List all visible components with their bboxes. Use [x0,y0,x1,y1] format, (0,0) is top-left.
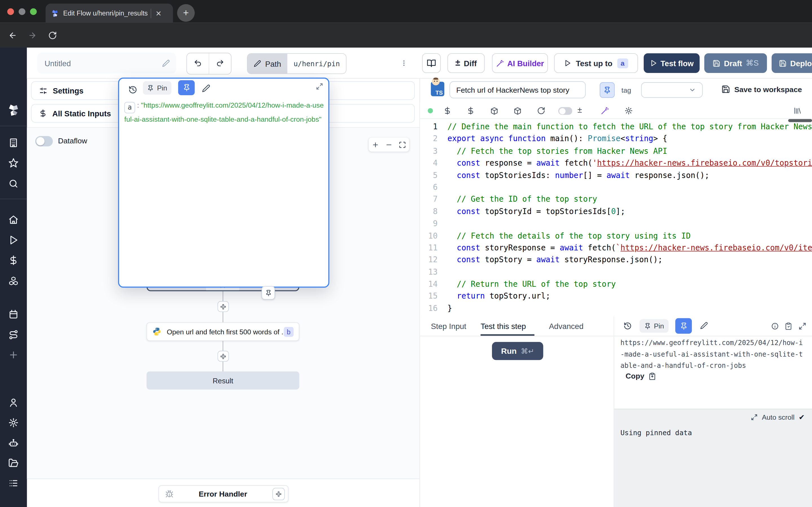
toolbar-kebab-menu-icon[interactable] [400,59,408,67]
code-line[interactable]: 4 const response = await fetch('https://… [420,158,812,170]
sidebar-item-workers-robot-icon[interactable] [0,438,27,449]
library-icon[interactable] [794,107,802,115]
redo-button[interactable] [209,53,231,73]
info-icon[interactable] [771,322,779,330]
close-window-button[interactable] [7,8,14,15]
flow-node-b[interactable]: Open url and fetch first 500 words of ..… [147,322,299,341]
sidebar-item-folders-icon[interactable] [0,458,27,468]
diff-icon[interactable]: ± [577,106,582,115]
add-step-button[interactable] [217,351,229,362]
test-up-to-step-badge[interactable]: a [617,58,628,68]
auto-scroll-checkbox[interactable]: ✔ [799,413,805,421]
result-pinned-active-button[interactable] [675,318,692,334]
editor-settings-gear-icon[interactable] [624,107,633,115]
back-icon[interactable] [8,31,17,40]
history-icon[interactable] [623,322,631,330]
copy-button[interactable]: Copy [626,372,656,380]
code-line[interactable]: 15 return topStory.url; [420,290,812,302]
edit-pencil-icon[interactable] [202,84,210,93]
code-line[interactable]: 10 // Fetch the details of the top story… [420,230,812,242]
editor-scrollbar[interactable] [788,119,812,122]
code-line[interactable]: 6 [420,182,812,194]
sidebar-item-flows-route-icon[interactable] [0,330,27,340]
draft-button[interactable]: Draft⌘S [704,53,767,73]
tab-advanced[interactable]: Advanced [549,322,583,330]
code-line[interactable]: 8 const topStoryId = topStoriesIds[0]; [420,206,812,218]
fullscreen-icon[interactable] [799,322,806,330]
undo-button[interactable] [187,53,209,73]
package-icon[interactable] [513,107,522,115]
reset-icon[interactable] [537,107,545,115]
sidebar-item-workspace[interactable] [0,138,27,148]
new-tab-button[interactable]: + [177,4,195,22]
path-value[interactable]: u/henri/pin [287,54,346,73]
package-icon[interactable] [490,107,499,115]
ai-assistant-wand-icon[interactable] [601,107,609,115]
sidebar-item-user-icon[interactable] [0,397,27,408]
flow-summary-input[interactable]: Untitled [37,53,176,73]
code-line[interactable]: 13 [420,266,812,278]
forward-icon[interactable] [28,31,37,40]
ai-builder-button[interactable]: AI Builder [492,53,548,73]
variables-icon[interactable] [467,107,475,115]
history-icon[interactable] [129,86,137,94]
add-error-handler-button[interactable] [272,488,285,500]
tab-test-this-step[interactable]: Test this step [480,322,526,330]
diff-button[interactable]: ±Diff [448,53,485,73]
path-button[interactable]: Path [248,54,287,73]
clipboard-icon[interactable] [784,322,793,330]
fit-view-icon[interactable] [399,141,406,149]
code-line[interactable]: 16} [420,302,812,315]
code-line[interactable]: 1// Define the main function to fetch th… [420,121,812,133]
minimize-window-button[interactable] [18,8,26,15]
tag-select[interactable] [641,82,703,98]
tab-step-input[interactable]: Step Input [431,322,466,330]
zoom-out-icon[interactable] [386,141,393,149]
save-to-workspace-button[interactable]: Save to workspace [721,85,802,94]
flow-node-error-handler[interactable]: Error Handler [158,485,289,503]
diff-mode-toggle[interactable] [558,107,572,115]
deploy-button[interactable]: Deploy [772,53,812,73]
dataflow-toggle[interactable] [35,136,53,147]
sidebar-item-search-icon[interactable] [0,179,27,189]
code-line[interactable]: 12 const topStory = await storyResponse.… [420,254,812,266]
pin-toggle-button[interactable]: Pin [143,81,171,95]
code-line[interactable]: 9 [420,218,812,230]
windmill-logo-icon[interactable] [0,103,27,117]
step-pin-button[interactable] [600,82,615,98]
sidebar-item-add-icon[interactable] [0,350,27,360]
edit-pencil-icon[interactable] [162,59,170,67]
test-flow-button[interactable]: Test flow [644,53,700,73]
sidebar-item-schedules-icon[interactable] [0,309,27,320]
expand-icon[interactable] [316,83,323,90]
reload-icon[interactable] [48,31,57,40]
pinned-active-button[interactable] [178,80,195,95]
code-line[interactable]: 14 // Return the URL of the top story [420,278,812,290]
sidebar-item-settings-gear-icon[interactable] [0,417,27,428]
code-line[interactable]: 11 const storyResponse = await fetch(`ht… [420,242,812,254]
edit-pencil-icon[interactable] [700,322,708,330]
flow-node-result[interactable]: Result [147,372,299,390]
code-line[interactable]: 3 // Fetch the top stories from Hacker N… [420,145,812,158]
static-inputs-icon[interactable] [443,107,451,115]
sidebar-item-favorites-star-icon[interactable] [0,158,27,168]
test-up-to-button[interactable]: Test up to a [554,53,638,73]
tab-close-icon[interactable]: ✕ [156,9,162,17]
docs-book-button[interactable] [422,53,441,73]
code-line[interactable]: 5 const topStoriesIds: number[] = await … [420,170,812,182]
browser-tab[interactable]: Edit Flow u/henri/pin_results ✕ [46,4,173,23]
code-editor[interactable]: 1// Define the main function to fetch th… [420,119,812,317]
sidebar-item-variables-icon[interactable] [0,255,27,266]
sidebar-item-runs-icon[interactable] [0,235,27,245]
sidebar-item-resources-icon[interactable] [0,276,27,286]
sidebar-item-logs-list-icon[interactable] [0,478,27,489]
zoom-in-icon[interactable] [372,141,379,149]
step-summary-input[interactable]: Fetch url of HackerNews top story [449,81,586,98]
expand-logs-icon[interactable] [751,413,758,420]
node-a-pin-badge[interactable] [262,286,275,300]
fullscreen-window-button[interactable] [30,8,37,15]
code-line[interactable]: 7 // Get the ID of the top story [420,194,812,206]
sidebar-item-home-icon[interactable] [0,215,27,225]
result-pin-toggle-button[interactable]: Pin [640,319,668,333]
code-line[interactable]: 2export async function main(): Promise<s… [420,133,812,145]
